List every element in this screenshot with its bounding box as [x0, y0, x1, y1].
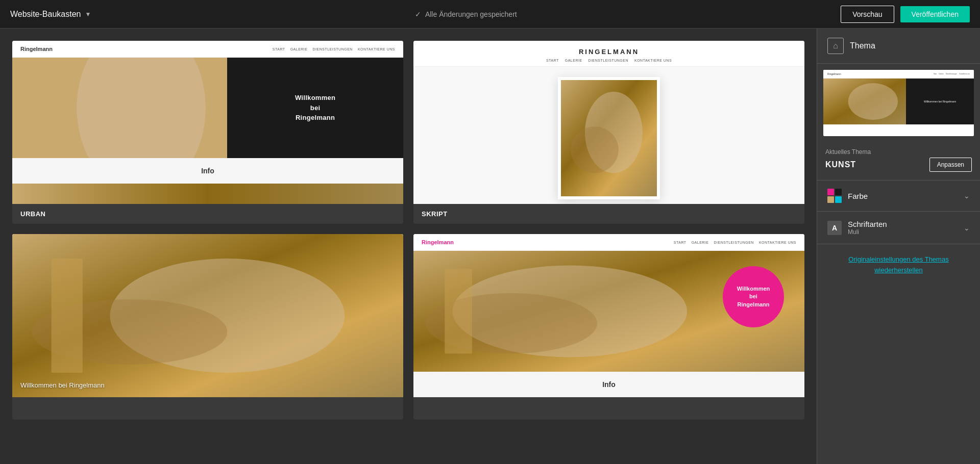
svg-point-1 — [87, 68, 195, 138]
home-icon: ⌂ — [827, 38, 844, 54]
thumb-nav-links: Start Galerie Dienstleistungen Kontaktie… — [934, 73, 970, 75]
pink-preview: Ringelmann START GALERIE DIENSTLEISTUNGE… — [413, 234, 804, 397]
theme-card-pink[interactable]: Ringelmann START GALERIE DIENSTLEISTUNGE… — [413, 234, 804, 420]
urban-info-label: Info — [201, 167, 214, 175]
app-title: Website-Baukasten — [10, 10, 81, 19]
skript-logo: RINGELMANN — [579, 48, 639, 56]
minimal-label — [12, 397, 403, 420]
save-status-text: Alle Änderungen gespeichert — [425, 10, 517, 18]
urban-info-section: Info — [12, 158, 403, 184]
pink-nav-galerie: GALERIE — [692, 241, 709, 244]
skript-preview: RINGELMANN START GALERIE DIENSTLEISTUNGE… — [413, 41, 804, 204]
skript-nav-links: START GALERIE DIENSTLEISTUNGEN KONTAKTIE… — [546, 59, 672, 62]
topbar: Website-Baukasten ▼ ✓ Alle Änderungen ge… — [0, 0, 980, 29]
minimal-preview: RINGELMANN START GALERIE DIENSTLEISTUNGE… — [12, 234, 403, 397]
pink-welcome-circle: WillkommenbeiRingelmann — [723, 266, 784, 327]
urban-bottom-bar — [12, 184, 403, 204]
svg-rect-15 — [445, 269, 472, 354]
color-cell-dark — [835, 189, 842, 195]
skript-nav-dienst: DIENSTLEISTUNGEN — [589, 59, 628, 62]
schriftarten-chevron-icon: ⌄ — [964, 224, 970, 232]
urban-welcome-text: WillkommenbeiRingelmann — [295, 93, 335, 123]
svg-rect-0 — [12, 58, 227, 158]
svg-point-7 — [571, 126, 619, 173]
check-icon: ✓ — [415, 10, 421, 18]
farbe-chevron-icon: ⌄ — [964, 192, 970, 200]
pink-nav-kontakt: KONTAKTIERE UNS — [759, 241, 796, 244]
thumb-hero-text: Willkommen bei Ringelmann — [906, 79, 974, 124]
skript-nav-kontakt: KONTAKTIERE UNS — [634, 59, 672, 62]
pink-hero: WillkommenbeiRingelmann — [413, 251, 804, 372]
minimal-hero: Willkommen bei Ringelmann — [12, 249, 403, 397]
urban-hero-text: WillkommenbeiRingelmann — [227, 58, 403, 158]
theme-card-minimal[interactable]: RINGELMANN START GALERIE DIENSTLEISTUNGE… — [12, 234, 403, 420]
thumb-hero: Willkommen bei Ringelmann — [823, 79, 974, 124]
urban-nav-galerie: GALERIE — [290, 47, 308, 51]
urban-hero-image — [12, 58, 227, 158]
thumb-galerie: Galerie — [939, 73, 944, 75]
sidebar-title: Thema — [850, 41, 875, 50]
schriftarten-label: Schriftarten — [848, 220, 887, 228]
farbe-row[interactable]: Farbe ⌄ — [817, 181, 980, 212]
current-theme-name: KUNST — [825, 160, 856, 169]
svg-point-2 — [55, 88, 141, 138]
skript-label: SKRIPT — [413, 204, 804, 224]
thumb-logo: Ringelmann — [827, 72, 841, 75]
current-theme-section: Aktuelles Thema KUNST Anpassen — [817, 142, 980, 181]
urban-label: URBAN — [12, 204, 403, 224]
font-icon: A — [827, 221, 842, 235]
urban-nav-kontakt: KONTAKTIERE UNS — [358, 47, 395, 51]
customize-button[interactable]: Anpassen — [929, 158, 972, 172]
topbar-actions: Vorschau Veröffentlichen — [841, 6, 970, 23]
pink-nav: Ringelmann START GALERIE DIENSTLEISTUNGE… — [413, 234, 804, 251]
pink-nav-start: START — [674, 241, 687, 244]
urban-nav: Ringelmann START GALERIE DIENSTLEISTUNGE… — [12, 41, 403, 58]
pink-nav-dienst: DIENSTLEISTUNGEN — [714, 241, 753, 244]
thumb-hero-img — [823, 79, 906, 124]
skript-nav: RINGELMANN START GALERIE DIENSTLEISTUNGE… — [413, 41, 804, 67]
schriftarten-left: A Schriftarten Muli — [827, 220, 887, 236]
schriftarten-font: Muli — [848, 228, 887, 236]
svg-rect-11 — [52, 259, 83, 373]
theme-card-skript[interactable]: RINGELMANN START GALERIE DIENSTLEISTUNGE… — [413, 41, 804, 224]
sidebar: ⌂ Thema Ringelmann Start Galerie Dienstl… — [817, 29, 980, 464]
svg-rect-4 — [12, 184, 403, 204]
topbar-left: Website-Baukasten ▼ — [10, 10, 91, 19]
urban-nav-dienst: DIENSTLEISTUNGEN — [312, 47, 352, 51]
svg-rect-3 — [44, 78, 62, 138]
pink-info-section: Info — [413, 372, 804, 397]
skript-nav-start: START — [546, 59, 559, 62]
sidebar-header: ⌂ Thema — [817, 29, 980, 64]
svg-point-17 — [848, 83, 898, 120]
theme-card-urban[interactable]: Ringelmann START GALERIE DIENSTLEISTUNGE… — [12, 41, 403, 224]
theme-cards-grid: Ringelmann START GALERIE DIENSTLEISTUNGE… — [0, 29, 817, 464]
skript-hero — [413, 67, 804, 204]
farbe-left: Farbe — [827, 189, 868, 203]
pink-nav-links: START GALERIE DIENSTLEISTUNGEN KONTAKTIE… — [674, 241, 796, 244]
minimal-hero-text: Willkommen bei Ringelmann — [20, 381, 105, 389]
color-cell-gold — [827, 196, 834, 203]
restore-link[interactable]: Originaleinstellungen des Themas wiederh… — [848, 255, 948, 274]
sidebar-theme-preview: Ringelmann Start Galerie Dienstleistunge… — [817, 64, 980, 142]
publish-button[interactable]: Veröffentlichen — [900, 6, 970, 22]
skript-hero-image — [558, 77, 660, 199]
urban-hero: WillkommenbeiRingelmann — [12, 58, 403, 158]
urban-nav-logo: Ringelmann — [20, 46, 53, 52]
schriftarten-row[interactable]: A Schriftarten Muli ⌄ — [817, 212, 980, 244]
thumb-start: Start — [934, 73, 937, 75]
main-layout: Ringelmann START GALERIE DIENSTLEISTUNGE… — [0, 29, 980, 464]
urban-preview: Ringelmann START GALERIE DIENSTLEISTUNGE… — [12, 41, 403, 204]
preview-button[interactable]: Vorschau — [841, 6, 894, 23]
current-theme-label: Aktuelles Thema — [825, 148, 972, 156]
pink-circle-text: WillkommenbeiRingelmann — [737, 285, 770, 308]
thumb-nav: Ringelmann Start Galerie Dienstleistunge… — [823, 70, 974, 79]
color-grid-icon — [827, 189, 842, 203]
farbe-label: Farbe — [848, 192, 868, 200]
schriftarten-info: Schriftarten Muli — [848, 220, 887, 236]
title-chevron-icon[interactable]: ▼ — [85, 11, 91, 18]
theme-thumbnail: Ringelmann Start Galerie Dienstleistunge… — [823, 70, 974, 136]
urban-nav-links: START GALERIE DIENSTLEISTUNGEN KONTAKTIE… — [273, 47, 395, 51]
color-cell-pink — [827, 189, 834, 195]
thumb-dienst: Dienstleistungen — [946, 73, 957, 75]
thumb-kontakt: Kontaktiere uns — [959, 73, 970, 75]
